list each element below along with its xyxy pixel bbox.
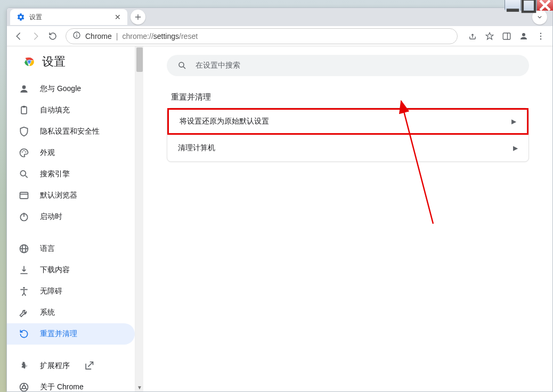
sidebar-item-label: 隐私设置和安全性 [40, 127, 100, 136]
window-maximize-button[interactable] [521, 0, 537, 11]
sidebar-item-privacy[interactable]: 隐私设置和安全性 [7, 121, 135, 142]
reload-button[interactable] [45, 29, 60, 44]
settings-header: 设置 [13, 46, 75, 77]
tab-close-icon[interactable]: ✕ [113, 13, 122, 21]
svg-rect-0 [507, 9, 519, 12]
magnify-icon [19, 169, 29, 179]
accessibility-icon [19, 286, 29, 297]
svg-point-7 [522, 33, 525, 36]
sidebar-item-label: 重置并清理 [40, 329, 77, 339]
scrollbar-down-icon[interactable]: ▼ [135, 383, 144, 391]
wrench-icon [19, 307, 29, 318]
window-close-button[interactable] [537, 0, 553, 11]
reset-card: 将设置还原为原始默认设置 ▶ 清理计算机 ▶ [167, 108, 529, 162]
svg-point-14 [22, 85, 26, 89]
sidebar-item-appearance[interactable]: 外观 [7, 142, 135, 164]
sidebar-item-search-engine[interactable]: 搜索引擎 [7, 164, 135, 185]
svg-point-8 [540, 32, 541, 34]
shield-icon [19, 126, 29, 137]
svg-point-13 [28, 60, 31, 63]
settings-search-input[interactable]: 在设置中搜索 [167, 55, 529, 76]
sidebar-item-label: 语言 [40, 244, 55, 254]
sidebar-item-reset[interactable]: 重置并清理 [7, 323, 135, 345]
settings-main: 在设置中搜索 重置并清理 将设置还原为原始默认设置 ▶ 清理计算机 ▶ [143, 46, 552, 391]
download-icon [19, 265, 29, 275]
external-link-icon [84, 361, 94, 371]
scrollbar-thumb[interactable] [136, 47, 143, 72]
url-prefix: Chrome [85, 32, 112, 40]
sidebar-item-label: 下载内容 [40, 265, 70, 275]
svg-point-20 [20, 170, 26, 176]
svg-point-33 [179, 62, 184, 67]
svg-rect-4 [76, 35, 77, 37]
sidebar-item-label: 无障碍 [40, 287, 62, 296]
chevron-right-icon: ▶ [511, 118, 516, 125]
tab-favicon-gear-icon [17, 13, 25, 21]
svg-rect-5 [503, 33, 510, 39]
window-controls [505, 0, 553, 11]
svg-rect-15 [21, 107, 27, 113]
forward-button[interactable] [28, 29, 43, 44]
omnibox[interactable]: Chrome | chrome://settings/reset [66, 28, 458, 44]
side-panel-button[interactable] [499, 29, 514, 44]
new-tab-button[interactable] [131, 10, 145, 24]
sidebar-item-label: 外观 [40, 148, 55, 158]
svg-rect-1 [523, 0, 535, 12]
sidebar-item-autofill[interactable]: 自动填充 [7, 100, 135, 121]
url-path-rest: /reset [179, 32, 198, 40]
globe-icon [19, 243, 29, 254]
palette-icon [19, 148, 29, 158]
sidebar-item-on-startup[interactable]: 启动时 [7, 206, 135, 227]
sidebar-item-label: 默认浏览器 [40, 191, 77, 200]
sidebar-item-about-chrome[interactable]: 关于 Chrome [7, 377, 135, 391]
url-path-bold: settings [153, 32, 179, 40]
back-button[interactable] [11, 29, 26, 44]
sidebar-item-system[interactable]: 系统 [7, 302, 135, 323]
sidebar-item-label: 系统 [40, 308, 55, 317]
sidebar-item-extensions[interactable]: 扩展程序 [7, 355, 135, 377]
chrome-logo-icon [23, 55, 36, 68]
svg-point-10 [540, 38, 541, 39]
search-icon [177, 61, 187, 70]
svg-point-19 [25, 151, 26, 152]
svg-line-21 [26, 176, 28, 178]
window-minimize-button[interactable] [505, 0, 521, 11]
profile-button[interactable] [516, 29, 531, 44]
chevron-right-icon: ▶ [513, 144, 518, 152]
clipboard-icon [19, 105, 29, 116]
svg-point-17 [22, 151, 23, 152]
reset-icon [19, 329, 29, 339]
sidebar-item-label: 启动时 [40, 212, 62, 222]
tab-active[interactable]: 设置 ✕ [10, 9, 127, 25]
search-placeholder: 在设置中搜索 [196, 61, 240, 70]
sidebar-item-default-browser[interactable]: 默认浏览器 [7, 185, 135, 206]
settings-content: 您与 Google 自动填充 隐私设置和安全性 外观 搜索引擎 默认浏览器 [7, 46, 552, 391]
site-info-icon[interactable] [72, 31, 81, 41]
sidebar-item-label: 自动填充 [40, 105, 70, 115]
svg-point-9 [540, 35, 541, 36]
person-icon [19, 84, 29, 94]
svg-rect-16 [23, 106, 26, 108]
power-icon [19, 211, 29, 222]
sidebar-scrollbar[interactable]: ▲ ▼ [135, 46, 143, 391]
card-row-clean-computer[interactable]: 清理计算机 ▶ [167, 135, 528, 161]
sidebar-item-label: 扩展程序 [40, 361, 70, 371]
sidebar-item-accessibility[interactable]: 无障碍 [7, 281, 135, 302]
share-button[interactable] [465, 29, 480, 44]
menu-button[interactable] [533, 29, 548, 44]
card-row-label: 清理计算机 [178, 143, 215, 153]
puzzle-icon [19, 361, 29, 371]
page-title: 设置 [42, 54, 66, 70]
sidebar-item-languages[interactable]: 语言 [7, 238, 135, 259]
url-host: chrome:// [122, 32, 153, 40]
bookmark-button[interactable] [482, 29, 497, 44]
sidebar-item-you-and-google[interactable]: 您与 Google [7, 78, 135, 100]
sidebar-item-label: 您与 Google [40, 84, 81, 94]
settings-sidebar: 您与 Google 自动填充 隐私设置和安全性 外观 搜索引擎 默认浏览器 [7, 46, 135, 391]
card-row-restore-defaults[interactable]: 将设置还原为原始默认设置 ▶ [167, 108, 528, 135]
browser-window: 设置 ✕ Chrome | chrome:// [6, 7, 553, 392]
url-separator: | [116, 32, 118, 40]
tab-strip: 设置 ✕ [7, 8, 552, 26]
svg-point-30 [23, 287, 25, 289]
sidebar-item-downloads[interactable]: 下载内容 [7, 259, 135, 281]
